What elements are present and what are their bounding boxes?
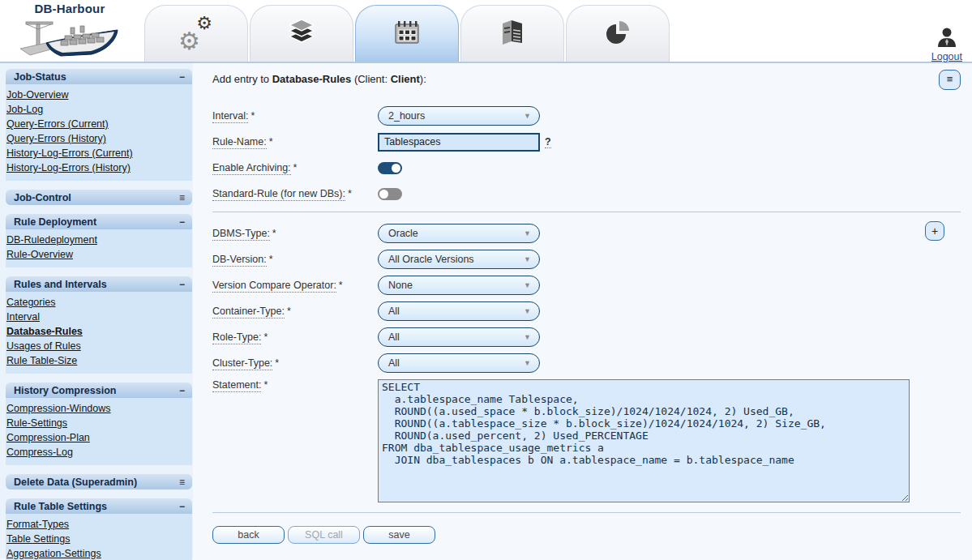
sidebar-section-header-job-status[interactable]: Job-Status − bbox=[6, 69, 192, 84]
sidebar-item-rule-settings[interactable]: Rule-Settings bbox=[6, 416, 189, 430]
dbms-type-select[interactable]: Oracle ▼ bbox=[378, 224, 540, 243]
field-label-version-compare-operator: Version Compare Operator:* bbox=[212, 280, 378, 291]
sidebar-item-table-settings[interactable]: Table Settings bbox=[6, 532, 189, 546]
chevron-down-icon: ▼ bbox=[524, 229, 531, 237]
sidebar-item-rule-table-size[interactable]: Rule Table-Size bbox=[6, 353, 189, 368]
collapse-icon[interactable]: − bbox=[179, 385, 185, 396]
statement-textarea[interactable]: SELECT a.tablespace_name Tablespace, ROU… bbox=[378, 379, 910, 502]
chevron-down-icon: ▼ bbox=[524, 112, 531, 120]
sidebar-item-usages-of-rules[interactable]: Usages of Rules bbox=[6, 339, 189, 353]
help-link[interactable]: ? bbox=[545, 136, 551, 148]
app-header: DB-Harbour bbox=[0, 0, 972, 63]
add-rule-button[interactable]: + bbox=[925, 221, 944, 241]
back-button[interactable]: back bbox=[212, 526, 285, 544]
client-name: Client bbox=[391, 73, 420, 85]
pie-chart-icon bbox=[605, 19, 631, 49]
field-label-db-version: DB-Version:* bbox=[212, 254, 378, 265]
cluster-type-select[interactable]: All ▼ bbox=[378, 353, 540, 373]
sidebar-item-job-log[interactable]: Job-Log bbox=[6, 102, 189, 117]
sidebar-item-rule-overview[interactable]: Rule-Overview bbox=[6, 247, 189, 262]
sidebar-item-compress-log[interactable]: Compress-Log bbox=[6, 445, 189, 460]
toggle-knob bbox=[379, 190, 388, 199]
calendar-icon bbox=[394, 20, 420, 48]
chevron-down-icon: ▼ bbox=[524, 307, 531, 315]
sidebar-item-compression-windows[interactable]: Compression-Windows bbox=[6, 401, 189, 416]
menu-button[interactable]: ≡ bbox=[939, 70, 961, 90]
toggle-knob bbox=[392, 164, 400, 173]
sidebar-item-query-errors-history[interactable]: Query-Errors (History) bbox=[6, 131, 189, 146]
sidebar-section-rule-table-settings: Rule Table Settings − Format-Types Table… bbox=[6, 498, 192, 560]
container-type-select[interactable]: All ▼ bbox=[378, 301, 540, 321]
sidebar-item-format-types[interactable]: Format-Types bbox=[6, 517, 189, 532]
ship-logo-icon bbox=[19, 48, 121, 62]
field-label-enable-archiving: Enable Archiving:* bbox=[212, 162, 378, 173]
sidebar-section-delete-data: Delete Data (Superadmin) ≡ bbox=[6, 474, 192, 489]
sidebar-item-database-rules[interactable]: Database-Rules bbox=[6, 324, 189, 339]
expand-icon[interactable]: ≡ bbox=[179, 192, 185, 203]
rule-name-input[interactable] bbox=[378, 133, 540, 152]
sidebar-section-header-rules-and-intervals[interactable]: Rules and Intervals − bbox=[6, 276, 192, 292]
field-label-container-type: Container-Type:* bbox=[212, 306, 378, 317]
collapse-icon[interactable]: − bbox=[179, 279, 185, 290]
sidebar-item-job-overview[interactable]: Job-Overview bbox=[6, 88, 189, 102]
sidebar-item-interval[interactable]: Interval bbox=[6, 310, 189, 324]
tab-layers[interactable] bbox=[250, 5, 353, 62]
gears-icon: ⚙ ⚙ bbox=[178, 18, 214, 50]
save-button[interactable]: save bbox=[363, 526, 435, 544]
container-type-select-value: All bbox=[388, 306, 400, 317]
divider bbox=[212, 512, 961, 513]
role-type-select-value: All bbox=[388, 331, 400, 343]
sidebar-section-header-delete-data[interactable]: Delete Data (Superadmin) ≡ bbox=[6, 474, 192, 489]
menu-icon: ≡ bbox=[947, 73, 953, 85]
db-version-select[interactable]: All Oracle Versions ▼ bbox=[378, 250, 540, 269]
collapse-icon[interactable]: − bbox=[179, 501, 185, 512]
main-content: Add entry to Database-Rules (Client: Cli… bbox=[193, 63, 972, 558]
interval-select[interactable]: 2_hours ▼ bbox=[378, 106, 540, 126]
layers-icon bbox=[288, 19, 315, 49]
main-nav-tabs: ⚙ ⚙ bbox=[144, 5, 670, 62]
sidebar-section-job-status: Job-Status − Job-Overview Job-Log Query-… bbox=[6, 69, 192, 181]
tab-calendar[interactable] bbox=[355, 5, 459, 62]
sidebar-item-categories[interactable]: Categories bbox=[6, 295, 189, 310]
standard-rule-toggle[interactable] bbox=[378, 188, 402, 200]
expand-icon[interactable]: ≡ bbox=[179, 477, 185, 488]
tab-pie-chart[interactable] bbox=[566, 5, 670, 62]
entity-name: Database-Rules bbox=[272, 73, 352, 85]
page-title: Add entry to Database-Rules (Client: Cli… bbox=[212, 73, 961, 85]
sidebar-item-history-log-errors-current[interactable]: History-Log-Errors (Current) bbox=[6, 146, 189, 160]
sidebar-section-header-job-control[interactable]: Job-Control ≡ bbox=[6, 190, 192, 205]
tab-report[interactable] bbox=[460, 5, 564, 62]
sidebar-item-aggregation-settings[interactable]: Aggregation-Settings bbox=[6, 546, 189, 560]
sidebar-item-history-log-errors-history[interactable]: History-Log-Errors (History) bbox=[6, 160, 189, 175]
sidebar-item-db-ruledeployment[interactable]: DB-Ruledeployment bbox=[6, 233, 189, 247]
divider bbox=[212, 212, 961, 212]
collapse-icon[interactable]: − bbox=[179, 71, 185, 83]
plus-icon: + bbox=[931, 224, 938, 237]
sidebar-section-header-rule-deployment[interactable]: Rule Deployment − bbox=[6, 214, 192, 229]
dbms-type-select-value: Oracle bbox=[388, 228, 418, 239]
sidebar-section-history-compression: History Compression − Compression-Window… bbox=[6, 383, 192, 465]
logout-link[interactable]: Logout bbox=[931, 51, 962, 62]
sidebar-section-rules-and-intervals: Rules and Intervals − Categories Interva… bbox=[6, 276, 192, 374]
sidebar-section-header-history-compression[interactable]: History Compression − bbox=[6, 383, 192, 398]
role-type-select[interactable]: All ▼ bbox=[378, 327, 540, 347]
app-logo: DB-Harbour bbox=[13, 2, 126, 62]
tab-settings[interactable]: ⚙ ⚙ bbox=[144, 5, 248, 62]
form-actions: back SQL call save bbox=[212, 526, 961, 544]
field-label-role-type: Role-Type:* bbox=[212, 331, 378, 343]
sidebar-item-query-errors-current[interactable]: Query-Errors (Current) bbox=[6, 117, 189, 131]
chevron-down-icon: ▼ bbox=[524, 281, 531, 289]
sidebar-section-header-rule-table-settings[interactable]: Rule Table Settings − bbox=[6, 498, 192, 514]
sql-call-button[interactable]: SQL call bbox=[288, 526, 360, 544]
enable-archiving-toggle[interactable] bbox=[378, 162, 402, 174]
field-label-standard-rule: Standard-Rule (for new DBs):* bbox=[212, 188, 378, 199]
version-compare-operator-select[interactable]: None ▼ bbox=[378, 276, 540, 295]
report-icon bbox=[500, 19, 525, 49]
sidebar: Job-Status − Job-Overview Job-Log Query-… bbox=[0, 63, 193, 558]
sidebar-item-compression-plan[interactable]: Compression-Plan bbox=[6, 430, 189, 445]
user-icon bbox=[936, 36, 957, 49]
app-logo-title: DB-Harbour bbox=[13, 2, 126, 15]
collapse-icon[interactable]: − bbox=[179, 216, 185, 228]
field-label-statement: Statement:* bbox=[212, 379, 378, 391]
cluster-type-select-value: All bbox=[388, 357, 400, 369]
